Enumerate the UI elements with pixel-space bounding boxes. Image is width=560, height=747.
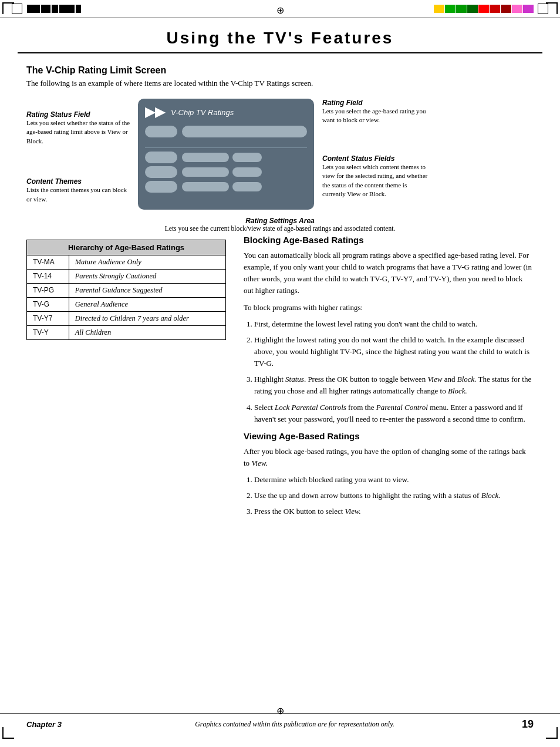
vchip-mini-oval-2b xyxy=(232,167,262,177)
vchip-oval-status xyxy=(145,126,177,137)
crosshair-top: ⊕ xyxy=(276,5,284,16)
section-heading: The V-Chip Rating Limit Screen xyxy=(26,65,534,76)
table-cell-desc-4: Directed to Children 7 years and older xyxy=(69,311,225,325)
page-number: 19 xyxy=(510,718,534,731)
rating-settings-text: Lets you see the current block/view stat… xyxy=(165,225,395,232)
diagram-middle: Rating Status Field Lets you select whet… xyxy=(26,99,534,212)
color-block-red2 xyxy=(490,5,500,13)
table-cell-rating-5: TV-Y xyxy=(27,325,69,339)
vchip-theme-oval-3 xyxy=(145,181,177,193)
vchip-row-4 xyxy=(145,181,307,193)
table-cell-desc-0: Mature Audience Only xyxy=(69,255,225,269)
viewing-steps-list: Determine which blocked rating you want … xyxy=(244,474,534,517)
rating-status-field-text: Lets you select whether the status of th… xyxy=(26,119,132,146)
table-cell-rating-4: TV-Y7 xyxy=(27,311,69,325)
vchip-oval-rating xyxy=(182,126,307,137)
section-intro: The following is an example of where ite… xyxy=(26,79,534,88)
blocking-steps-list: First, determine the lowest level rating… xyxy=(244,318,534,425)
black-bar-2 xyxy=(41,5,50,13)
vchip-mini-oval-3a xyxy=(182,182,229,191)
color-block-red1 xyxy=(478,5,489,13)
blocking-sub-intro: To block programs with higher ratings: xyxy=(244,302,534,314)
vchip-mini-oval-2a xyxy=(182,167,229,177)
content-status-fields-text: Lets you select which content themes to … xyxy=(322,163,431,199)
ratings-table: Hierarchy of Age-Based Ratings TV-MA Mat… xyxy=(26,240,226,340)
color-block-green3 xyxy=(467,5,478,13)
table-cell-desc-2: Parental Guidance Suggested xyxy=(69,283,225,297)
blocking-step-4: Select Lock Parental Controls from the P… xyxy=(254,402,534,425)
content-themes-title: Content Themes xyxy=(26,177,132,186)
blocking-step-3: Highlight Status. Press the OK button to… xyxy=(254,374,534,397)
footer-note: Graphics contained within this publicati… xyxy=(79,720,510,729)
table-row: TV-G General Audience xyxy=(27,297,226,311)
diagram-left-labels: Rating Status Field Lets you select whet… xyxy=(26,99,138,212)
vchip-row-2 xyxy=(145,152,307,163)
colored-blocks-right xyxy=(434,4,548,14)
table-cell-rating-3: TV-G xyxy=(27,297,69,311)
black-bar-5 xyxy=(76,5,81,13)
vchip-mini-oval-3b xyxy=(232,182,262,191)
table-row: TV-PG Parental Guidance Suggested xyxy=(27,283,226,297)
table-cell-desc-3: General Audience xyxy=(69,297,225,311)
table-cell-desc-1: Parents Strongly Cautioned xyxy=(69,269,225,283)
top-decorative-bar: ⊕ xyxy=(0,0,560,18)
vchip-screen: ▶▶ V-Chip TV Ratings xyxy=(138,99,314,210)
table-cell-rating-0: TV-MA xyxy=(27,255,69,269)
crosshair-bottom: ⊕ xyxy=(276,705,284,716)
blocking-intro: You can automatically block all program … xyxy=(244,250,534,297)
rating-field-text: Lets you select the age-based rating you… xyxy=(322,107,431,125)
content-themes-label: Content Themes Lists the content themes … xyxy=(26,177,132,204)
vchip-mini-oval-1b xyxy=(232,153,262,162)
rating-field-label: Rating Field Lets you select the age-bas… xyxy=(322,99,431,125)
vchip-title-text: V-Chip TV Ratings xyxy=(171,108,234,117)
table-row: TV-Y7 Directed to Children 7 years and o… xyxy=(27,311,226,325)
page-title-area: Using the TV's Features xyxy=(18,18,542,53)
color-block-yellow xyxy=(434,5,444,13)
corner-bracket-tl xyxy=(2,2,14,14)
lower-right: Blocking Age-Based Ratings You can autom… xyxy=(244,235,534,524)
viewing-step-1: Determine which blocked rating you want … xyxy=(254,474,534,486)
content-status-fields-label: Content Status Fields Lets you select wh… xyxy=(322,154,431,199)
vchip-mini-oval-1a xyxy=(182,153,229,162)
top-bar-left xyxy=(12,4,81,14)
table-cell-rating-1: TV-14 xyxy=(27,269,69,283)
content-status-fields-title: Content Status Fields xyxy=(322,154,431,163)
black-bar-3 xyxy=(52,5,58,13)
diagram-wrapper: Rating Status Field Lets you select whet… xyxy=(26,99,534,232)
page-title: Using the TV's Features xyxy=(53,29,507,48)
rating-settings-area: Rating Settings Area Lets you see the cu… xyxy=(165,217,395,232)
corner-bracket-tr xyxy=(546,2,558,14)
rating-status-field-title: Rating Status Field xyxy=(26,110,132,119)
vchip-theme-oval-1 xyxy=(145,152,177,163)
color-block-red3 xyxy=(501,5,511,13)
vchip-title-bar: ▶▶ V-Chip TV Ratings xyxy=(145,105,307,120)
blocking-step-2: Highlight the lowest rating you do not w… xyxy=(254,334,534,369)
rating-field-title: Rating Field xyxy=(322,99,431,107)
rating-status-field-label: Rating Status Field Lets you select whet… xyxy=(26,110,132,146)
vchip-logo: ▶▶ xyxy=(145,105,166,120)
table-cell-rating-2: TV-PG xyxy=(27,283,69,297)
vchip-theme-oval-2 xyxy=(145,166,177,178)
table-heading: Hierarchy of Age-Based Ratings xyxy=(27,240,226,255)
diagram-right-labels: Rating Field Lets you select the age-bas… xyxy=(314,99,431,207)
black-bar-4 xyxy=(59,5,75,13)
color-block-pink xyxy=(512,5,522,13)
rating-settings-title: Rating Settings Area xyxy=(165,217,395,225)
viewing-intro: After you block age-based ratings, you h… xyxy=(244,446,534,469)
color-block-green1 xyxy=(445,5,456,13)
black-bar-1 xyxy=(27,5,40,13)
table-row: TV-MA Mature Audience Only xyxy=(27,255,226,269)
main-content: The V-Chip Rating Limit Screen The follo… xyxy=(0,53,560,535)
vchip-logo-icon: ▶▶ xyxy=(145,105,165,120)
color-block-green2 xyxy=(456,5,467,13)
vchip-row-3 xyxy=(145,166,307,178)
table-row: TV-14 Parents Strongly Cautioned xyxy=(27,269,226,283)
viewing-heading: Viewing Age-Based Ratings xyxy=(244,431,534,441)
table-row: TV-Y All Children xyxy=(27,325,226,339)
color-block-purple xyxy=(523,5,534,13)
chapter-label: Chapter 3 xyxy=(26,720,79,729)
vchip-row-1 xyxy=(145,126,307,137)
vchip-separator xyxy=(145,147,307,148)
content-themes-text: Lists the content themes you can block o… xyxy=(26,186,132,204)
table-cell-desc-5: All Children xyxy=(69,325,225,339)
